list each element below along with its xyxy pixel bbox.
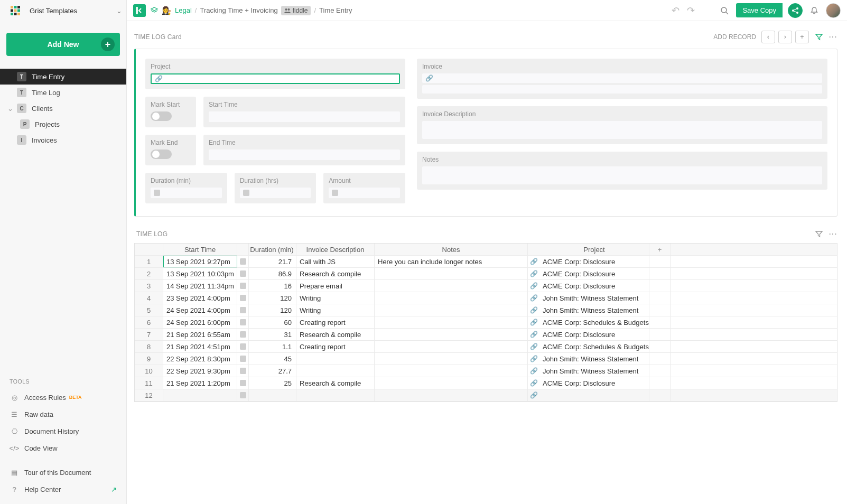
cell-project[interactable]: John Smith: Witness Statement xyxy=(539,304,649,316)
cell-notes[interactable] xyxy=(375,329,528,340)
invoice-input[interactable]: 🔗 xyxy=(422,73,822,83)
col-invoice-desc[interactable]: Invoice Description xyxy=(296,244,375,255)
sidebar-item-time-log[interactable]: T Time Log xyxy=(0,85,126,100)
cell-duration[interactable]: 25 xyxy=(249,377,296,389)
cell-duration[interactable]: 16 xyxy=(249,280,296,292)
table-row[interactable]: 1022 Sep 2021 9:30pm27.7🔗John Smith: Wit… xyxy=(135,365,837,377)
cell-duration[interactable]: 60 xyxy=(249,316,296,328)
filter-icon[interactable] xyxy=(815,230,823,238)
tool-help-center[interactable]: ? Help Center ↗ xyxy=(0,481,126,498)
cell-duration[interactable]: 21.7 xyxy=(249,256,296,267)
row-number[interactable]: 2 xyxy=(135,268,163,279)
duration-min-input[interactable] xyxy=(151,188,222,198)
redo-button[interactable]: ↷ xyxy=(687,5,695,16)
row-number[interactable]: 11 xyxy=(135,377,163,389)
cell-notes[interactable] xyxy=(375,377,528,389)
notes-input[interactable] xyxy=(422,166,822,184)
cell-project[interactable]: John Smith: Witness Statement xyxy=(539,353,649,365)
tool-tour[interactable]: ▤ Tour of this Document xyxy=(0,464,126,481)
add-record-plus-button[interactable]: + xyxy=(795,31,809,43)
panel-toggle-button[interactable] xyxy=(133,4,146,17)
cell-project[interactable]: ACME Corp: Disclosure xyxy=(539,268,649,279)
cell-notes[interactable] xyxy=(375,280,528,292)
mark-start-toggle[interactable] xyxy=(151,111,172,121)
cell-notes[interactable] xyxy=(375,365,528,377)
cell-project[interactable]: ACME Corp: Schedules & Budgets xyxy=(539,341,649,352)
table-row[interactable]: 314 Sep 2021 11:34pm16Prepare email🔗ACME… xyxy=(135,280,837,292)
row-number[interactable]: 10 xyxy=(135,365,163,377)
row-number[interactable]: 12 xyxy=(135,389,163,401)
project-input[interactable]: 🔗 xyxy=(151,73,400,84)
notifications-button[interactable] xyxy=(810,6,818,15)
save-copy-button[interactable]: Save Copy xyxy=(736,3,783,17)
table-row[interactable]: 213 Sep 2021 10:03pm86.9Research & compi… xyxy=(135,268,837,280)
row-number[interactable]: 8 xyxy=(135,341,163,352)
undo-button[interactable]: ↶ xyxy=(672,5,680,16)
cell-start-time[interactable]: 22 Sep 2021 8:30pm xyxy=(163,353,237,365)
row-number[interactable]: 3 xyxy=(135,280,163,292)
cell-invoice-desc[interactable] xyxy=(296,353,375,365)
cell-notes[interactable] xyxy=(375,316,528,328)
add-new-button[interactable]: Add New + xyxy=(6,33,120,56)
cell-project[interactable]: John Smith: Witness Statement xyxy=(539,292,649,304)
mark-end-toggle[interactable] xyxy=(151,150,172,159)
row-number[interactable]: 4 xyxy=(135,292,163,304)
row-number[interactable]: 5 xyxy=(135,304,163,316)
cell-start-time[interactable]: 13 Sep 2021 9:27pm xyxy=(163,256,237,267)
filter-icon[interactable] xyxy=(815,33,823,41)
col-notes[interactable]: Notes xyxy=(375,244,528,255)
amount-input[interactable] xyxy=(329,188,400,198)
cell-project[interactable]: ACME Corp: Disclosure xyxy=(539,377,649,389)
cell-invoice-desc[interactable]: Research & compile xyxy=(296,268,375,279)
table-new-row[interactable]: 12🔗 xyxy=(135,389,837,402)
cell-notes[interactable] xyxy=(375,268,528,279)
cell-duration[interactable]: 1.1 xyxy=(249,341,296,352)
cell-project[interactable]: ACME Corp: Disclosure xyxy=(539,256,649,267)
cell-duration[interactable]: 31 xyxy=(249,329,296,340)
cell-notes[interactable] xyxy=(375,304,528,316)
end-time-input[interactable] xyxy=(209,150,400,160)
table-row[interactable]: 624 Sep 2021 6:00pm60Creating report🔗ACM… xyxy=(135,316,837,329)
cell-invoice-desc[interactable]: Prepare email xyxy=(296,280,375,292)
tool-access-rules[interactable]: ◎ Access Rules BETA xyxy=(0,389,126,406)
add-column-button[interactable]: + xyxy=(649,244,671,255)
col-duration[interactable]: Duration (min) xyxy=(249,244,296,255)
cell-start-time[interactable]: 13 Sep 2021 10:03pm xyxy=(163,268,237,279)
table-row[interactable]: 721 Sep 2021 6:55am31Research & compile🔗… xyxy=(135,329,837,341)
cell-invoice-desc[interactable]: Research & compile xyxy=(296,377,375,389)
table-row[interactable]: 1121 Sep 2021 1:20pm25Research & compile… xyxy=(135,377,837,389)
cell-invoice-desc[interactable]: Creating report xyxy=(296,316,375,328)
start-time-input[interactable] xyxy=(209,111,400,122)
invoice-desc-input[interactable] xyxy=(422,121,822,139)
cell-invoice-desc[interactable] xyxy=(296,365,375,377)
add-record-button[interactable]: ADD RECORD xyxy=(713,33,756,41)
sidebar-item-invoices[interactable]: I Invoices xyxy=(0,132,126,148)
cell-invoice-desc[interactable]: Creating report xyxy=(296,341,375,352)
cell-duration[interactable]: 86.9 xyxy=(249,268,296,279)
cell-invoice-desc[interactable]: Research & compile xyxy=(296,329,375,340)
cell-notes[interactable] xyxy=(375,353,528,365)
section-menu-button[interactable]: ··· xyxy=(829,33,837,41)
table-row[interactable]: 524 Sep 2021 4:00pm120Writing🔗John Smith… xyxy=(135,304,837,316)
table-row[interactable]: 423 Sep 2021 4:00pm120Writing🔗John Smith… xyxy=(135,292,837,304)
cell-notes[interactable]: Here you can include longer notes xyxy=(375,256,528,267)
cell-start-time[interactable]: 14 Sep 2021 11:34pm xyxy=(163,280,237,292)
cell-invoice-desc[interactable]: Call with JS xyxy=(296,256,375,267)
cell-invoice-desc[interactable]: Writing xyxy=(296,304,375,316)
cell-start-time[interactable]: 22 Sep 2021 9:30pm xyxy=(163,365,237,377)
col-project[interactable]: Project xyxy=(539,244,649,255)
col-start-time[interactable]: Start Time xyxy=(163,244,237,255)
row-number[interactable]: 6 xyxy=(135,316,163,328)
cell-project[interactable]: ACME Corp: Disclosure xyxy=(539,329,649,340)
cell-project[interactable]: ACME Corp: Disclosure xyxy=(539,280,649,292)
cell-notes[interactable] xyxy=(375,341,528,352)
next-record-button[interactable]: › xyxy=(778,31,792,43)
tool-code-view[interactable]: </> Code View xyxy=(0,440,126,456)
cell-notes[interactable] xyxy=(375,292,528,304)
row-number[interactable]: 7 xyxy=(135,329,163,340)
breadcrumb-doc[interactable]: Tracking Time + Invoicing xyxy=(200,6,277,14)
cell-project[interactable]: ACME Corp: Schedules & Budgets xyxy=(539,316,649,328)
cell-start-time[interactable]: 24 Sep 2021 4:00pm xyxy=(163,304,237,316)
cell-duration[interactable]: 27.7 xyxy=(249,365,296,377)
cell-project[interactable]: John Smith: Witness Statement xyxy=(539,365,649,377)
